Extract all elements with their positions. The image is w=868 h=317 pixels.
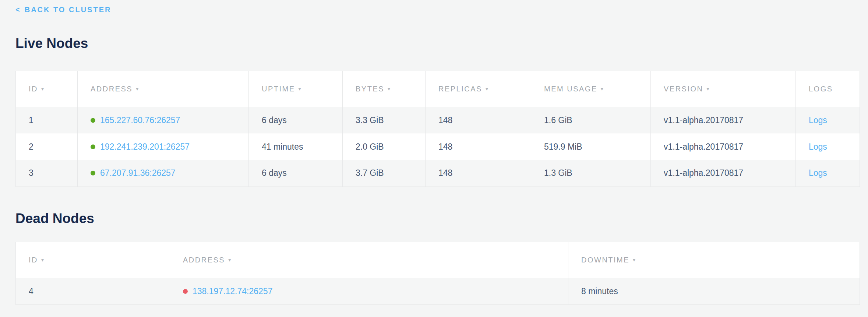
dead-header-id[interactable]: ID▾	[16, 242, 170, 278]
node-id-cell: 3	[16, 160, 78, 187]
node-address-cell: 67.207.91.36:26257	[78, 160, 249, 187]
live-header-id[interactable]: ID▾	[16, 71, 78, 107]
node-bytes-cell: 2.0 GiB	[343, 133, 426, 160]
node-id-cell: 2	[16, 133, 78, 160]
live-status-dot-icon	[91, 171, 95, 175]
live-status-dot-icon	[91, 118, 95, 123]
sort-arrow-icon: ▾	[601, 86, 604, 92]
sort-arrow-icon: ▾	[136, 86, 140, 92]
logs-link[interactable]: Logs	[809, 142, 827, 151]
live-nodes-title: Live Nodes	[15, 35, 860, 52]
sort-arrow-icon: ▾	[707, 86, 710, 92]
live-header-uptime[interactable]: UPTIME▾	[249, 71, 343, 107]
node-uptime-cell: 6 days	[249, 160, 343, 187]
live-header-replicas[interactable]: REPLICAS▾	[426, 71, 531, 107]
dead-header-address[interactable]: ADDRESS▾	[170, 242, 568, 278]
node-address-cell: 165.227.60.76:26257	[78, 107, 249, 133]
sort-arrow-icon: ▾	[633, 257, 636, 263]
node-address-link[interactable]: 138.197.12.74:26257	[193, 286, 272, 296]
sort-arrow-icon: ▾	[41, 86, 45, 92]
node-bytes-cell: 3.7 GiB	[343, 160, 426, 187]
node-mem-usage-cell: 1.6 GiB	[531, 107, 651, 133]
sort-arrow-icon: ▾	[228, 257, 232, 263]
table-row: 3 67.207.91.36:26257 6 days 3.7 GiB 148 …	[16, 160, 860, 187]
node-address-link[interactable]: 165.227.60.76:26257	[100, 115, 180, 125]
node-address-link[interactable]: 192.241.239.201:26257	[100, 142, 190, 151]
node-logs-cell: Logs	[796, 160, 860, 187]
dead-nodes-title: Dead Nodes	[15, 210, 860, 227]
live-header-mem-usage[interactable]: MEM USAGE▾	[531, 71, 651, 107]
dead-nodes-header-row: ID▾ ADDRESS▾ DOWNTIME▾	[16, 242, 860, 278]
live-header-bytes[interactable]: BYTES▾	[343, 71, 426, 107]
node-address-link[interactable]: 67.207.91.36:26257	[100, 168, 176, 178]
dead-status-dot-icon	[183, 289, 188, 294]
dead-header-downtime[interactable]: DOWNTIME▾	[568, 242, 860, 278]
node-version-cell: v1.1-alpha.20170817	[651, 160, 796, 187]
node-replicas-cell: 148	[426, 160, 531, 187]
node-mem-usage-cell: 519.9 MiB	[531, 133, 651, 160]
node-mem-usage-cell: 1.3 GiB	[531, 160, 651, 187]
back-to-cluster-link[interactable]: <BACK TO CLUSTER	[15, 5, 111, 14]
table-row: 4 138.197.12.74:26257 8 minutes	[16, 278, 860, 305]
node-version-cell: v1.1-alpha.20170817	[651, 133, 796, 160]
table-row: 1 165.227.60.76:26257 6 days 3.3 GiB 148…	[16, 107, 860, 133]
node-downtime-cell: 8 minutes	[568, 278, 860, 305]
live-header-version[interactable]: VERSION▾	[651, 71, 796, 107]
node-id-cell: 1	[16, 107, 78, 133]
node-uptime-cell: 41 minutes	[249, 133, 343, 160]
sort-arrow-icon: ▾	[486, 86, 489, 92]
sort-arrow-icon: ▾	[388, 86, 391, 92]
node-replicas-cell: 148	[426, 133, 531, 160]
live-nodes-table: ID▾ ADDRESS▾ UPTIME▾ BYTES▾ REPLICAS▾ ME…	[15, 71, 860, 187]
node-address-cell: 138.197.12.74:26257	[170, 278, 568, 305]
sort-arrow-icon: ▾	[41, 257, 45, 263]
sort-arrow-icon: ▾	[299, 86, 302, 92]
table-row: 2 192.241.239.201:26257 41 minutes 2.0 G…	[16, 133, 860, 160]
node-address-cell: 192.241.239.201:26257	[78, 133, 249, 160]
logs-link[interactable]: Logs	[809, 168, 827, 178]
dead-nodes-table: ID▾ ADDRESS▾ DOWNTIME▾ 4 138.197.12.74:2…	[15, 242, 860, 305]
node-logs-cell: Logs	[796, 133, 860, 160]
node-id-cell: 4	[16, 278, 170, 305]
node-uptime-cell: 6 days	[249, 107, 343, 133]
nodes-page: <BACK TO CLUSTER Live Nodes ID▾ ADDRESS▾…	[0, 0, 868, 305]
back-to-cluster-label: BACK TO CLUSTER	[25, 6, 112, 14]
live-header-address[interactable]: ADDRESS▾	[78, 71, 249, 107]
back-chevron-icon: <	[15, 6, 21, 14]
node-logs-cell: Logs	[796, 107, 860, 133]
live-status-dot-icon	[91, 144, 95, 149]
live-header-logs: LOGS	[796, 71, 860, 107]
node-bytes-cell: 3.3 GiB	[343, 107, 426, 133]
live-nodes-header-row: ID▾ ADDRESS▾ UPTIME▾ BYTES▾ REPLICAS▾ ME…	[16, 71, 860, 107]
node-version-cell: v1.1-alpha.20170817	[651, 107, 796, 133]
node-replicas-cell: 148	[426, 107, 531, 133]
logs-link[interactable]: Logs	[809, 115, 827, 125]
